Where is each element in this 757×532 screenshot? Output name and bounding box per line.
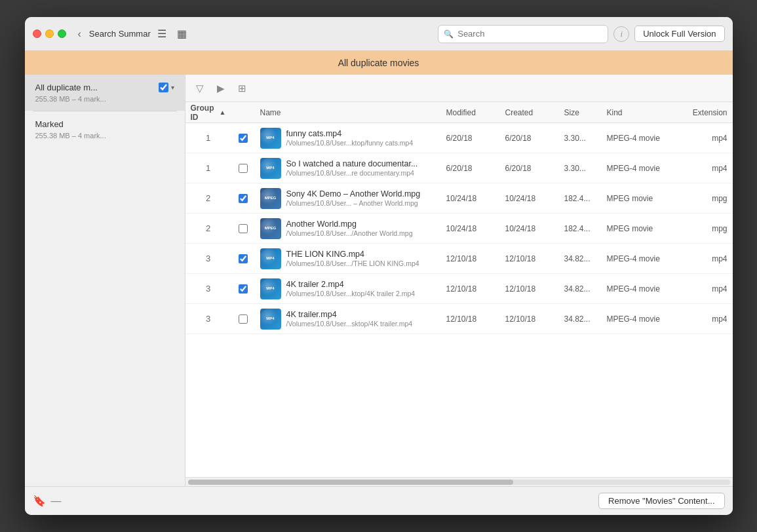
unlock-button[interactable]: Unlock Full Version	[634, 26, 724, 42]
bookmark-button[interactable]: 🔖	[33, 495, 46, 507]
table-row[interactable]: 3 MP4 4K trailer.mp4 /Volumes/10.8/User.…	[185, 304, 733, 334]
table-row[interactable]: 1 MP4 So I watched a nature documentar..…	[185, 153, 733, 183]
filter-button[interactable]: ▽	[193, 81, 206, 96]
sidebar-all-subtitle: 255.38 MB – 4 mark...	[35, 95, 174, 103]
horizontal-scrollbar[interactable]	[185, 477, 733, 486]
file-name-main: 4K trailer 2.mp4	[286, 280, 416, 289]
file-icon: MPEG	[260, 188, 281, 209]
row-check[interactable]	[231, 224, 255, 233]
file-name-main: Sony 4K Demo – Another World.mpg	[286, 189, 421, 199]
row-checkbox[interactable]	[239, 134, 248, 143]
row-size: 34.82...	[559, 254, 602, 263]
row-group-id: 2	[185, 193, 231, 203]
row-check[interactable]	[231, 254, 255, 263]
row-checkbox[interactable]	[239, 314, 248, 324]
row-ext: mp4	[687, 134, 733, 143]
row-checkbox[interactable]	[239, 254, 248, 263]
row-check[interactable]	[231, 284, 255, 294]
file-name-path: /Volumes/10.8/User...re documentary.mp4	[286, 169, 418, 177]
remove-content-button[interactable]: Remove "Movies" Content...	[598, 493, 724, 509]
row-size: 3.30...	[559, 134, 602, 143]
row-size: 182.4...	[559, 194, 602, 203]
table-row[interactable]: 3 MP4 THE LION KING.mp4 /Volumes/10.8/Us…	[185, 244, 733, 274]
bottom-bar: 🔖 — Remove "Movies" Content...	[25, 486, 733, 515]
col-header-group-id[interactable]: Group ID ▲	[185, 104, 231, 122]
info-button[interactable]: i	[613, 26, 629, 42]
banner: All duplicate movies	[25, 51, 733, 75]
table-row[interactable]: 1 MP4 funny cats.mp4 /Volumes/10.8/User.…	[185, 123, 733, 153]
row-checkbox[interactable]	[239, 164, 248, 173]
table-row[interactable]: 2 MPEG Sony 4K Demo – Another World.mpg …	[185, 183, 733, 214]
back-label: Search Summar	[89, 29, 151, 39]
row-kind: MPEG movie	[602, 194, 687, 203]
row-ext: mp4	[687, 254, 733, 263]
col-header-size[interactable]: Size	[559, 108, 602, 117]
row-ext: mp4	[687, 284, 733, 294]
close-button[interactable]	[33, 29, 41, 38]
col-header-name[interactable]: Name	[255, 108, 441, 117]
file-name-block: So I watched a nature documentar... /Vol…	[286, 159, 418, 177]
sidebar-item-all[interactable]: All duplicate m... ▾ 255.38 MB – 4 mark.…	[25, 75, 185, 111]
row-size: 34.82...	[559, 284, 602, 294]
col-header-modified[interactable]: Modified	[441, 108, 500, 117]
table-row[interactable]: 2 MPEG Another World.mpg /Volumes/10.8/U…	[185, 214, 733, 244]
col-header-kind[interactable]: Kind	[602, 108, 687, 117]
row-created: 12/10/18	[500, 314, 559, 324]
sidebar-item-marked[interactable]: Marked 255.38 MB – 4 mark...	[25, 111, 185, 147]
sidebar-dropdown-arrow[interactable]: ▾	[171, 84, 174, 91]
row-modified: 10/24/18	[441, 224, 500, 233]
row-check[interactable]	[231, 314, 255, 324]
row-check[interactable]	[231, 194, 255, 203]
row-size: 3.30...	[559, 164, 602, 173]
row-created: 10/24/18	[500, 194, 559, 203]
row-group-id: 3	[185, 284, 231, 294]
row-modified: 6/20/18	[441, 134, 500, 143]
row-checkbox[interactable]	[239, 284, 248, 294]
back-button[interactable]: ‹	[75, 28, 84, 40]
row-name: MP4 4K trailer.mp4 /Volumes/10.8/User...…	[255, 309, 441, 330]
col-header-extension[interactable]: Extension	[687, 108, 733, 117]
row-checkbox[interactable]	[239, 224, 248, 233]
bottom-bar-left: 🔖 —	[33, 495, 62, 507]
scrollbar-track	[188, 480, 730, 485]
titlebar: ‹ Search Summar ☰ ▦ 🔍 i Unlock Full Vers…	[25, 17, 733, 51]
grid-toggle-button[interactable]: ⊞	[235, 81, 249, 96]
minimize-button[interactable]	[45, 29, 54, 38]
main-content: All duplicate m... ▾ 255.38 MB – 4 mark.…	[25, 75, 733, 486]
file-name-block: funny cats.mp4 /Volumes/10.8/User...ktop…	[286, 129, 414, 147]
maximize-button[interactable]	[58, 29, 66, 38]
row-name: MPEG Sony 4K Demo – Another World.mpg /V…	[255, 188, 441, 209]
row-ext: mpg	[687, 194, 733, 203]
row-check[interactable]	[231, 134, 255, 143]
traffic-lights	[33, 29, 66, 38]
file-name-path: /Volumes/10.8/User.../Another World.mpg	[286, 229, 413, 237]
table-scroll[interactable]: 1 MP4 funny cats.mp4 /Volumes/10.8/User.…	[185, 123, 733, 477]
row-ext: mp4	[687, 164, 733, 173]
row-created: 12/10/18	[500, 254, 559, 263]
search-icon: 🔍	[444, 29, 454, 39]
play-button[interactable]: ▶	[214, 81, 227, 96]
row-name: MP4 funny cats.mp4 /Volumes/10.8/User...…	[255, 128, 441, 149]
table-area: ▽ ▶ ⊞ Group ID ▲ Name Modified	[185, 75, 733, 486]
row-ext: mp4	[687, 314, 733, 324]
row-check[interactable]	[231, 164, 255, 173]
minus-button[interactable]: —	[51, 495, 62, 507]
grid-view-button[interactable]: ▦	[176, 26, 188, 41]
row-checkbox[interactable]	[239, 194, 248, 203]
row-modified: 10/24/18	[441, 194, 500, 203]
file-name-block: Another World.mpg /Volumes/10.8/User.../…	[286, 219, 413, 237]
sort-arrow-icon: ▲	[220, 109, 226, 116]
file-name-main: So I watched a nature documentar...	[286, 159, 418, 168]
table-row[interactable]: 3 MP4 4K trailer 2.mp4 /Volumes/10.8/Use…	[185, 274, 733, 304]
file-icon: MP4	[260, 158, 281, 179]
sidebar-all-checkbox[interactable]	[159, 83, 168, 92]
search-input[interactable]	[457, 29, 602, 39]
scrollbar-thumb[interactable]	[188, 480, 513, 485]
col-header-created[interactable]: Created	[500, 108, 559, 117]
list-view-button[interactable]: ☰	[156, 26, 168, 41]
table-header: Group ID ▲ Name Modified Created Size	[185, 102, 733, 123]
row-size: 182.4...	[559, 224, 602, 233]
main-window: ‹ Search Summar ☰ ▦ 🔍 i Unlock Full Vers…	[25, 17, 733, 515]
file-name-block: 4K trailer 2.mp4 /Volumes/10.8/User...kt…	[286, 280, 416, 297]
file-icon: MPEG	[260, 218, 281, 239]
